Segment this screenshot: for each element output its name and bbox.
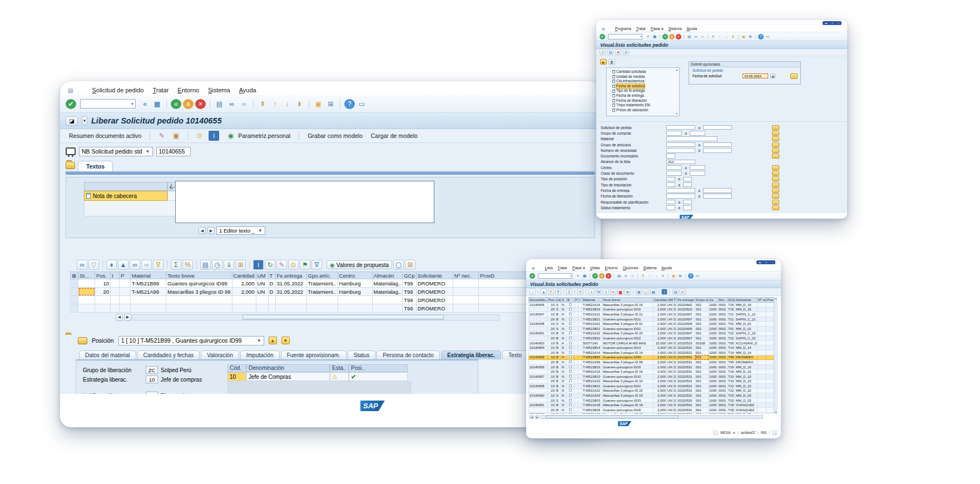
column-header-texto-breve[interactable]: Texto breve [602,298,654,303]
cell[interactable]: UN [667,355,673,360]
table-row[interactable]: T99DROMERO [71,304,529,313]
scroll-right-icon[interactable]: ▶ [124,314,131,321]
save-as-template-button[interactable]: Grabar como modelo [305,132,365,140]
cell[interactable]: T-M521A14 [582,350,602,355]
cell[interactable] [478,304,528,313]
field-from-input[interactable] [666,131,682,136]
cell[interactable] [275,296,306,304]
cell[interactable]: SAPIN_C_21 [735,317,758,322]
cell[interactable] [453,288,478,296]
column-header-gcp[interactable]: GCp [403,272,417,279]
cell[interactable] [575,364,578,369]
cell[interactable]: T99 [727,360,735,365]
column-header-p[interactable]: P [120,272,131,279]
cell[interactable] [575,408,578,413]
cell[interactable]: 10 [548,303,556,308]
cell[interactable]: D [268,288,275,296]
multiple-selection-icon[interactable]: → [772,131,779,136]
column-header-solicitante[interactable]: Solicitante [735,298,758,303]
cell[interactable] [529,369,548,374]
cell[interactable]: 001 [695,393,709,398]
cell[interactable]: T-M521B01 [582,326,602,331]
select-all-header[interactable]: ⊞ [71,272,78,279]
dynamic-selections-icon[interactable]: ≣ [615,50,621,55]
collapse-icon[interactable]: « [140,99,150,109]
close-icon[interactable]: × [838,22,839,24]
cell[interactable]: Mascarillas 3 pliegos ID 99 [166,288,232,296]
cell[interactable] [758,379,766,384]
cell[interactable]: 20 [548,350,556,355]
refresh-icon[interactable]: ↻ [265,260,275,270]
sort-asc-icon[interactable]: ▲ [118,260,128,270]
cell[interactable]: T09 [727,412,735,414]
cell[interactable]: Guantes quirurgicos ID18 [602,408,654,413]
row-checkbox[interactable] [569,342,572,344]
cell[interactable]: 1000 [709,360,718,365]
cell[interactable]: 20220531 [677,350,695,355]
cell[interactable]: 001 [695,336,709,341]
column-header-provd[interactable]: ProvD [478,272,528,279]
funnel-icon[interactable]: ∇ [555,289,561,295]
cell[interactable]: MM_D_03 [735,393,758,398]
cell[interactable]: Tratamient.. [306,279,338,288]
resize-grip-icon[interactable]: ◲ [772,431,777,435]
row-checkbox[interactable] [569,384,572,387]
row-checkbox[interactable] [569,370,572,373]
settings-icon[interactable]: ✎ [276,260,287,270]
close-icon[interactable]: × [771,261,773,264]
table-row[interactable]: 1014064510SNT-M521A16Mascarillas 3 plieg… [529,303,778,308]
cell[interactable]: Guantes quirurgicos ID14 [602,345,654,350]
cell[interactable] [578,326,582,331]
cell[interactable] [232,304,256,313]
cell[interactable] [578,393,582,398]
cell[interactable]: 2,000 [654,336,667,341]
command-field[interactable]: ▼ [608,34,642,39]
cell[interactable]: T03 [727,393,735,398]
cell[interactable]: 0001 [718,379,727,384]
cell[interactable]: N [561,384,567,389]
cell[interactable]: MM_D_03 [735,398,758,403]
cell[interactable] [567,322,575,327]
tab-fuente-aprovisionam[interactable]: Fuente aprovisionam. [281,350,347,359]
cell[interactable]: N [561,355,567,360]
cell[interactable]: 20220602 [677,303,695,308]
first-page-icon[interactable]: ⇞ [640,273,646,279]
cell[interactable] [529,408,548,413]
cell[interactable]: GVASQUEZ [735,403,758,408]
cell[interactable] [575,398,578,403]
cell[interactable]: SAPIN_C_22 [735,331,758,336]
row-checkbox[interactable] [569,303,572,306]
cell[interactable]: T22 [727,384,735,389]
field-to-input[interactable] [683,200,692,205]
next-text-icon[interactable]: ▶ [207,227,215,234]
cell[interactable]: 1000 [709,331,718,336]
cell[interactable]: 2,000 [654,374,667,379]
cell[interactable]: 001 [695,326,709,331]
print-preview-icon[interactable]: ▤ [672,289,679,295]
cell[interactable]: 20 [548,408,556,413]
cell[interactable] [78,288,95,296]
cell[interactable] [529,350,548,355]
prev-page-icon[interactable]: ↑ [717,34,722,39]
cell[interactable]: T99 [403,279,417,288]
cell[interactable]: 20220531 [677,393,695,398]
cell[interactable]: Materialag.. [372,279,403,288]
table-row[interactable]: 1014064810SNT-M521A01Mascarillas 3 plieg… [529,322,778,327]
request-date-field[interactable]: 19.05.2022 [743,73,768,78]
exit-icon[interactable]: ∧ [183,99,194,109]
column-header-fe-entrega[interactable]: Fe.entrega [275,272,306,279]
export-icon[interactable]: ⇓ [224,260,234,270]
collapse-icon[interactable]: « [645,34,651,39]
cell[interactable]: S [556,322,561,327]
prev-page-icon[interactable]: ↑ [647,273,652,279]
new-session-icon[interactable]: ▣ [313,99,324,109]
cell[interactable]: 20 [548,326,556,331]
print-icon[interactable]: ▤ [214,99,225,109]
cell[interactable]: SAPIN_C_21 [735,312,758,317]
column-header-i[interactable]: I [578,298,582,303]
cell[interactable] [758,345,766,350]
cell[interactable]: 20220531 [677,364,695,369]
cell[interactable]: 50077143 [582,340,602,345]
cell[interactable]: B [556,388,561,393]
cell[interactable] [758,398,766,403]
